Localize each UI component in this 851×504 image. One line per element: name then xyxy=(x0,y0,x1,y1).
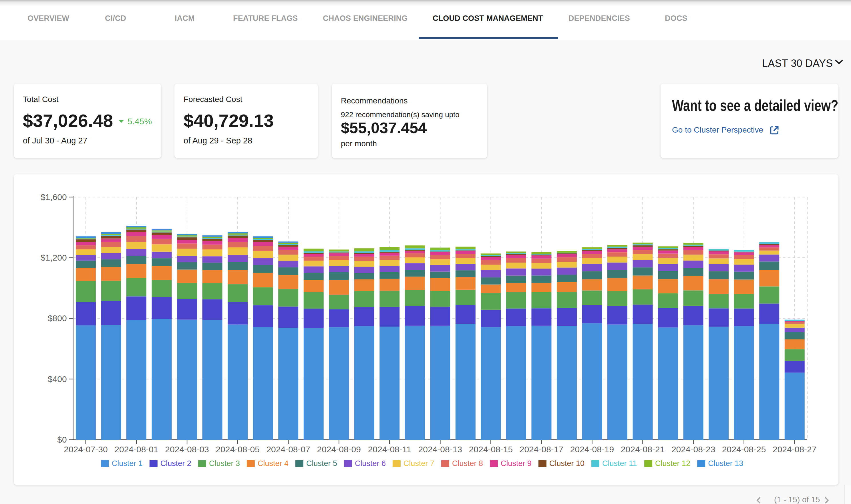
svg-text:Cluster 2: Cluster 2 xyxy=(160,459,191,468)
svg-text:2024-08-15: 2024-08-15 xyxy=(469,445,513,454)
svg-text:2024-08-01: 2024-08-01 xyxy=(115,445,158,454)
svg-text:2024-07-30: 2024-07-30 xyxy=(64,445,107,454)
svg-text:Cluster 11: Cluster 11 xyxy=(602,459,637,468)
svg-text:Cluster 7: Cluster 7 xyxy=(403,459,434,468)
svg-text:2024-08-25: 2024-08-25 xyxy=(722,445,766,454)
svg-text:Cluster 1: Cluster 1 xyxy=(112,459,143,468)
svg-text:2024-08-09: 2024-08-09 xyxy=(317,445,361,454)
svg-text:Cluster 9: Cluster 9 xyxy=(501,459,532,468)
svg-text:Cluster 3: Cluster 3 xyxy=(209,459,240,468)
svg-text:$0: $0 xyxy=(57,435,67,444)
svg-text:2024-08-23: 2024-08-23 xyxy=(672,445,715,454)
svg-text:Cluster 12: Cluster 12 xyxy=(655,459,690,468)
svg-text:2024-08-07: 2024-08-07 xyxy=(266,445,310,454)
svg-text:2024-08-13: 2024-08-13 xyxy=(418,445,462,454)
svg-text:$1,600: $1,600 xyxy=(40,192,67,202)
svg-text:2024-08-11: 2024-08-11 xyxy=(368,445,411,454)
svg-text:2024-08-05: 2024-08-05 xyxy=(215,445,259,454)
svg-text:Cluster 10: Cluster 10 xyxy=(549,459,585,468)
svg-text:Cluster 8: Cluster 8 xyxy=(452,459,483,468)
svg-text:$800: $800 xyxy=(48,313,67,323)
svg-text:$1,200: $1,200 xyxy=(40,253,67,262)
svg-text:Cluster 4: Cluster 4 xyxy=(258,459,289,468)
svg-text:Cluster 6: Cluster 6 xyxy=(355,459,386,468)
svg-text:2024-08-19: 2024-08-19 xyxy=(570,445,614,454)
svg-text:Cluster 5: Cluster 5 xyxy=(306,459,337,468)
svg-text:2024-08-27: 2024-08-27 xyxy=(772,445,816,454)
svg-text:2024-08-03: 2024-08-03 xyxy=(165,445,209,454)
svg-text:2024-08-21: 2024-08-21 xyxy=(621,445,664,454)
svg-text:Cluster 13: Cluster 13 xyxy=(708,459,743,468)
svg-text:$400: $400 xyxy=(48,374,67,384)
svg-text:2024-08-17: 2024-08-17 xyxy=(520,445,563,454)
